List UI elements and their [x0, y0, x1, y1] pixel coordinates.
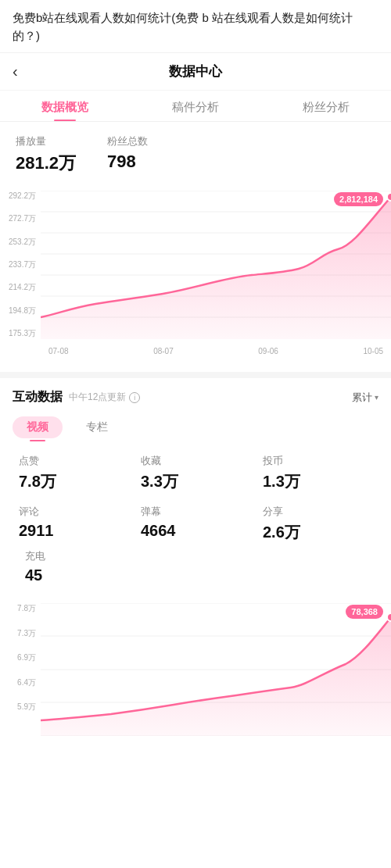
- y-label-5: 194.8万: [9, 305, 36, 316]
- y-axis: 292.2万 272.7万 253.2万 233.7万 214.2万 194.8…: [0, 191, 41, 339]
- likes-y-label-0: 7.8万: [17, 603, 36, 614]
- x-label-0: 07-08: [48, 347, 69, 355]
- playback-chart-tooltip: 2,812,184: [334, 192, 383, 206]
- metrics-grid: 点赞 7.8万 收藏 3.3万 投币 1.3万 评论 2911 弹幕 4664 …: [0, 448, 391, 546]
- metric-shares-label: 分享: [263, 505, 283, 519]
- metric-likes-value: 7.8万: [19, 471, 56, 492]
- interaction-title: 互动数据: [13, 389, 63, 405]
- likes-chart-tooltip: 78,368: [346, 605, 383, 619]
- y-label-0: 292.2万: [9, 191, 36, 202]
- playback-chart-wrapper: 292.2万 272.7万 253.2万 233.7万 214.2万 194.8…: [0, 191, 391, 363]
- metric-favorites-value: 3.3万: [141, 471, 178, 492]
- stat-playback: 播放量 281.2万: [16, 134, 76, 175]
- x-label-1: 08-07: [153, 347, 174, 355]
- back-button[interactable]: ‹: [13, 63, 18, 80]
- y-label-4: 214.2万: [9, 282, 36, 293]
- svg-point-7: [387, 193, 391, 201]
- metric-likes-label: 点赞: [19, 454, 39, 468]
- metric-likes: 点赞 7.8万: [13, 454, 135, 492]
- metric-charge-value: 45: [25, 566, 42, 584]
- likes-chart-area: 78,368: [41, 603, 391, 736]
- metric-charge-label: 充电: [25, 549, 45, 563]
- metric-favorites: 收藏 3.3万: [135, 454, 256, 492]
- likes-y-label-1: 7.3万: [17, 628, 36, 639]
- main-tabs: 数据概览 稿件分析 粉丝分析: [0, 91, 391, 122]
- likes-y-label-2: 6.9万: [17, 652, 36, 663]
- interaction-title-group: 互动数据 中午12点更新 i: [13, 389, 140, 405]
- banner: 免费b站在线观看人数如何统计(免费 b 站在线观看人数是如何统计的？): [0, 0, 391, 53]
- metric-shares-value: 2.6万: [263, 522, 300, 543]
- metric-danmaku-value: 4664: [141, 522, 176, 540]
- stat-fans-value: 798: [107, 152, 148, 172]
- metric-danmaku: 弹幕 4664: [135, 505, 256, 543]
- metric-comments-value: 2911: [19, 522, 54, 540]
- metric-favorites-label: 收藏: [141, 454, 161, 468]
- likes-y-label-3: 6.4万: [17, 677, 36, 688]
- cumulative-button[interactable]: 累计 ▾: [352, 391, 378, 405]
- sub-tabs: 视频 专栏: [0, 413, 391, 448]
- x-axis: 07-08 08-07 09-06 10-05: [41, 339, 391, 363]
- x-label-2: 09-06: [258, 347, 278, 355]
- stats-row: 播放量 281.2万 粉丝总数 798: [0, 122, 391, 184]
- update-info: 中午12点更新 i: [69, 391, 140, 404]
- chevron-down-icon: ▾: [375, 393, 378, 402]
- interaction-header: 互动数据 中午12点更新 i 累计 ▾: [0, 378, 391, 413]
- tab-overview[interactable]: 数据概览: [0, 91, 131, 121]
- playback-chart-area: 2,812,184: [41, 191, 391, 339]
- y-label-6: 175.3万: [9, 328, 36, 339]
- metric-shares: 分享 2.6万: [256, 505, 378, 543]
- tab-fans-analysis[interactable]: 粉丝分析: [260, 91, 391, 121]
- sub-tab-column[interactable]: 专栏: [72, 416, 122, 438]
- y-label-3: 233.7万: [9, 259, 36, 270]
- metric-comments-label: 评论: [19, 505, 39, 519]
- banner-text: 免费b站在线观看人数如何统计(免费 b 站在线观看人数是如何统计的？): [13, 11, 353, 42]
- likes-y-label-4: 5.9万: [17, 702, 36, 713]
- sub-tab-video[interactable]: 视频: [13, 416, 63, 438]
- metric-charge: 充电 45: [19, 549, 372, 584]
- info-icon[interactable]: i: [129, 392, 140, 403]
- page-title: 数据中心: [169, 63, 222, 80]
- likes-chart-container: 7.8万 7.3万 6.9万 6.4万 5.9万: [0, 597, 391, 736]
- stat-playback-value: 281.2万: [16, 152, 76, 175]
- metric-coins-label: 投币: [263, 454, 283, 468]
- y-label-2: 253.2万: [9, 237, 36, 248]
- x-label-3: 10-05: [363, 347, 383, 355]
- svg-point-13: [387, 613, 391, 621]
- charge-row: 充电 45: [0, 546, 391, 597]
- metric-coins: 投币 1.3万: [256, 454, 378, 492]
- stat-playback-label: 播放量: [16, 134, 76, 148]
- section-divider: [0, 372, 391, 378]
- playback-chart-container: 292.2万 272.7万 253.2万 233.7万 214.2万 194.8…: [0, 184, 391, 372]
- likes-y-axis: 7.8万 7.3万 6.9万 6.4万 5.9万: [0, 603, 41, 713]
- likes-chart-wrapper: 7.8万 7.3万 6.9万 6.4万 5.9万: [0, 603, 391, 736]
- cumulative-label: 累计: [352, 391, 372, 405]
- stat-fans: 粉丝总数 798: [107, 134, 148, 175]
- header: ‹ 数据中心: [0, 53, 391, 91]
- metric-coins-value: 1.3万: [263, 471, 300, 492]
- metric-danmaku-label: 弹幕: [141, 505, 161, 519]
- update-info-text: 中午12点更新: [69, 391, 126, 404]
- stat-fans-label: 粉丝总数: [107, 134, 148, 148]
- metric-comments: 评论 2911: [13, 505, 135, 543]
- y-label-1: 272.7万: [9, 213, 36, 224]
- tab-content-analysis[interactable]: 稿件分析: [131, 91, 261, 121]
